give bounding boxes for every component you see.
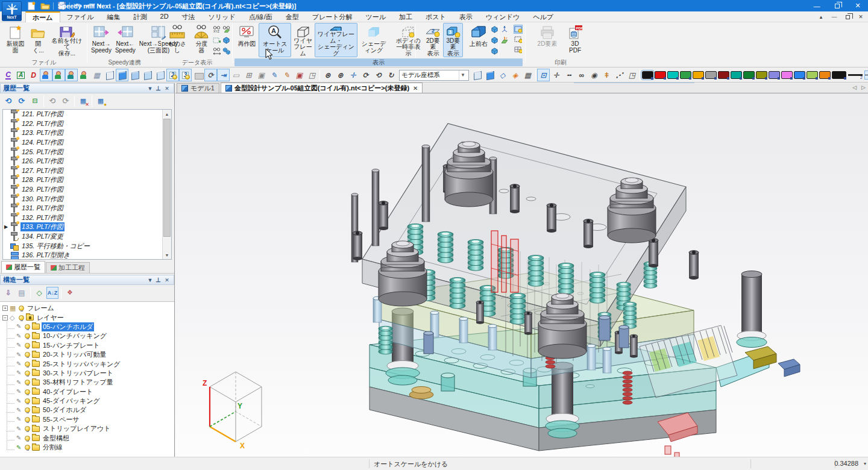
menu-tab[interactable]: 寸法 [175, 11, 202, 22]
cube-right-icon[interactable] [490, 46, 499, 55]
new-file-button[interactable] [27, 1, 37, 11]
history-redo-button[interactable]: ⟳ [16, 95, 28, 107]
cube-front-icon[interactable] [490, 36, 499, 45]
visibility-bulb-icon[interactable] [25, 352, 30, 357]
history-item[interactable]: ▶ 125. PLT/作図 [3, 147, 171, 157]
view-cube-shaded-menu-icon[interactable] [483, 69, 496, 81]
expand-icon[interactable]: + [2, 306, 8, 311]
history-item[interactable]: ▶ 135. 平行移動・コピー [3, 241, 171, 251]
snap-pick-icon[interactable]: ◳ [626, 69, 638, 81]
panel-menu-icon[interactable]: ▼ [146, 84, 154, 92]
layer-item[interactable]: ✎ 分割線 [7, 443, 174, 452]
color-darkgreen[interactable] [743, 71, 755, 79]
color-gray[interactable] [705, 71, 717, 79]
collapse-icon[interactable]: − [2, 315, 8, 321]
grid-light-icon[interactable]: ⊞ [242, 69, 255, 81]
combo-caret-icon[interactable]: ▼ [459, 70, 467, 80]
menu-tab[interactable]: ソリッド [202, 11, 242, 22]
visibility-bulb-icon[interactable] [25, 333, 30, 339]
layer-item[interactable]: ✎ 45-ダイバッキング [7, 396, 174, 406]
work-plane-icon[interactable]: ◇ [496, 69, 509, 81]
history-redo-marker-button[interactable]: ⟳ [60, 95, 72, 107]
rect-light-icon[interactable]: ▭ [230, 69, 242, 81]
scrollbar-thumb[interactable] [163, 119, 171, 237]
tree-item-layer-root[interactable]: − ◇ レイヤー [2, 313, 174, 322]
z-plane-menu-icon[interactable]: ◈ [509, 69, 521, 81]
history-item[interactable]: ▶ 131. PLT/作図 [3, 204, 171, 213]
tree-item-frame[interactable]: + ▦ フレーム [2, 304, 174, 313]
document-tab[interactable]: モデル1 [177, 83, 219, 93]
mdi-minimize-icon[interactable]: — [829, 13, 839, 21]
color-green[interactable] [680, 71, 691, 79]
layer-item[interactable]: ✎ 10-パンチバッキング [7, 331, 174, 340]
cube-lighter-icon[interactable] [141, 69, 154, 81]
mdi-close-icon[interactable]: ✕ [856, 13, 866, 21]
snap-diagonal-icon[interactable]: ⋰ [613, 69, 626, 81]
color-black[interactable] [642, 71, 653, 79]
menu-tab[interactable]: プレート分解 [306, 11, 359, 22]
history-state-button[interactable]: ⊟ [29, 95, 41, 107]
table-view-icon[interactable]: ▦ [90, 69, 103, 81]
rotate-vertical-icon[interactable]: ⟲ [372, 69, 385, 81]
grid-bulb-icon[interactable] [514, 45, 523, 54]
history-visibility-button[interactable]: ▦● [95, 95, 107, 107]
line-thick[interactable] [848, 70, 863, 80]
close-button[interactable]: ✕ [848, 0, 868, 11]
edit-pencil-icon[interactable]: ✎ [16, 380, 23, 386]
wireframe-shading-button[interactable]: ワイヤフレーム・ シェーディング [315, 23, 357, 57]
pan-icon[interactable]: ✛ [347, 69, 359, 81]
color-teal[interactable] [731, 71, 742, 79]
scale-dropdown-icon[interactable]: ▾ [864, 461, 866, 466]
color-periwinkle[interactable] [769, 71, 780, 79]
history-item[interactable]: ▶ 129. PLT/作図 [3, 185, 171, 195]
color-yellowgreen[interactable] [807, 71, 818, 79]
visibility-bulb-icon[interactable] [25, 324, 30, 330]
layer-item[interactable]: ✎ 55-スペーサ [7, 415, 174, 424]
print-2d-button[interactable]: 2D要素 [533, 23, 562, 57]
color-blue[interactable] [794, 71, 805, 79]
edit-pencil-icon[interactable]: ✎ [16, 342, 23, 348]
snap-center-icon[interactable]: ◉ [588, 69, 600, 81]
rotate-center-icon[interactable]: ⟳ [204, 69, 217, 81]
layer-item[interactable]: ✎ 35-材料リフトアップ量 [7, 378, 174, 387]
color-olive[interactable] [756, 71, 767, 79]
color-black-wide[interactable] [832, 71, 846, 79]
new-drawing-button[interactable]: 新規図面 [2, 23, 28, 57]
history-item[interactable]: ▶ 124. PLT/作図 [3, 138, 171, 148]
zoom-window-icon[interactable]: ⊕ [334, 69, 347, 81]
panel-pin-icon[interactable]: ⊣ [154, 84, 163, 92]
rotate-view-icon[interactable]: ↻ [385, 69, 397, 81]
panel-close-icon[interactable]: ✕ [163, 84, 171, 92]
shading-button[interactable]: シェーディング [357, 23, 390, 57]
select-user-filter-icon[interactable] [65, 69, 78, 81]
history-scrollbar[interactable]: ▲ ▼ [162, 110, 171, 259]
visibility-bulb-icon[interactable] [25, 371, 30, 376]
panel-menu-icon[interactable]: ▼ [146, 276, 154, 284]
section-box-icon[interactable] [514, 35, 523, 44]
menu-tab[interactable]: 2D [154, 11, 175, 22]
visibility-bulb-icon[interactable] [25, 426, 30, 431]
history-item[interactable]: ▶ 133. PLT/作図 [3, 222, 171, 232]
autoscale-button[interactable]: A オートスケール [259, 23, 291, 57]
coordinate-system-combo[interactable]: モデル座標系 ▼ [399, 70, 469, 81]
edit-pencil-icon[interactable]: ✎ [16, 389, 23, 395]
redraw-button[interactable]: 再作図 [234, 23, 259, 57]
next-to-speedy-button[interactable]: Next→ Speedy [89, 23, 113, 57]
history-undo-button[interactable]: ⟲ [2, 95, 14, 107]
color-amber[interactable] [693, 71, 704, 79]
visibility-bulb-icon[interactable] [25, 436, 30, 441]
wireframe-button[interactable]: ワイヤ フレーム [291, 23, 315, 57]
snap-vertical-icon[interactable]: ǂ [600, 69, 613, 81]
text-style-d-icon[interactable]: D [27, 69, 40, 81]
app-logo[interactable]: NexT [2, 1, 22, 21]
cube-pale-icon[interactable] [154, 69, 166, 81]
snap-free-icon[interactable]: ⊡ [537, 69, 550, 81]
color-orange[interactable] [819, 71, 831, 79]
menu-tab[interactable]: 編集 [101, 11, 127, 22]
sort-az-button[interactable]: A↓Z [46, 287, 58, 299]
scroll-down-icon[interactable]: ▼ [163, 251, 171, 259]
fit-window-icon[interactable] [514, 25, 523, 34]
history-item[interactable]: ▶ 136. PLT/型開き [3, 251, 171, 260]
history-item[interactable]: ▶ 123. PLT/作図 [3, 128, 171, 138]
mdi-restore-icon[interactable] [843, 13, 852, 21]
